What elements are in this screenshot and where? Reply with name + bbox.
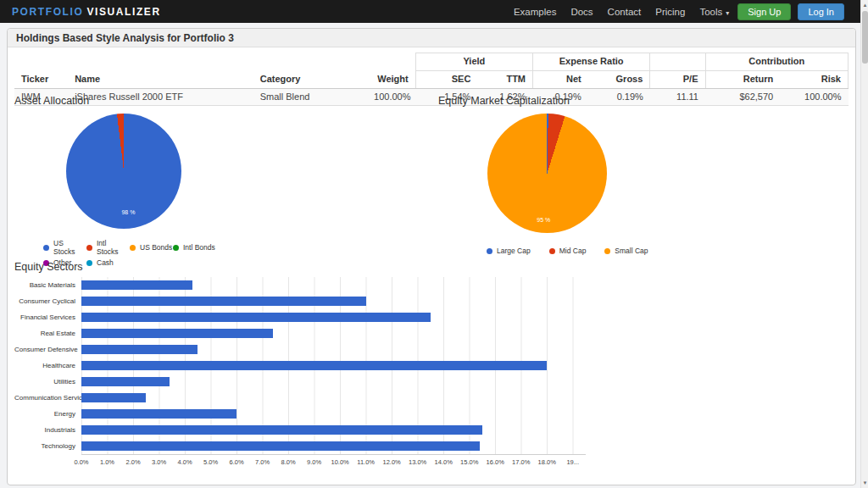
x-axis-tick: 2.0%: [125, 458, 140, 466]
column-header-ttm: TTM: [477, 70, 532, 88]
legend-swatch: [130, 245, 136, 251]
brand-logo[interactable]: PORTFOLIOVISUALIZER: [12, 6, 161, 18]
bar-utilities[interactable]: [81, 377, 170, 386]
bar-plot-area: [81, 277, 586, 293]
bar-row-utilities: Utilities: [14, 374, 599, 390]
legend-swatch: [604, 248, 610, 254]
bar-category-label: Consumer Cyclical: [14, 297, 81, 305]
nav-link-pricing[interactable]: Pricing: [655, 7, 685, 17]
bar-category-label: Technology: [14, 442, 81, 450]
legend-swatch: [549, 248, 555, 254]
scroll-up-icon[interactable]: ▲: [861, 0, 868, 10]
column-header-weight: Weight: [367, 70, 415, 88]
cell-p-e: 11.11: [650, 88, 705, 106]
bar-category-label: Industrials: [14, 426, 81, 434]
bar-technology[interactable]: [81, 441, 480, 451]
bar-basic-materials[interactable]: [81, 280, 192, 290]
cell-return: $62,570: [705, 88, 780, 106]
bar-row-real-estate: Real Estate: [14, 325, 599, 341]
x-axis-tick: 15.0%: [460, 458, 478, 466]
x-axis-ticks: 0.0%1.0%2.0%3.0%4.0%5.0%6.0%7.0%8.0%9.0%…: [81, 455, 598, 467]
x-axis-tick: 12.0%: [383, 458, 401, 466]
bar-category-label: Consumer Defensive: [14, 346, 81, 353]
nav-dropdown-tools[interactable]: Tools▾: [699, 7, 729, 17]
bar-category-label: Communication Services: [14, 394, 81, 402]
legend-label: Cash: [97, 258, 114, 267]
bar-plot-area: [81, 390, 586, 406]
legend-swatch: [43, 245, 49, 251]
market-cap-pie[interactable]: 95 %: [487, 114, 607, 233]
legend-label: US Stocks: [53, 239, 86, 256]
market-cap-title: Equity Market Capitalization: [438, 95, 570, 107]
column-header-name: Name: [68, 70, 253, 88]
x-axis-tick: 18.0%: [538, 458, 556, 466]
group-header-contribution: Contribution: [705, 53, 849, 71]
x-axis-tick: 19...: [566, 458, 579, 466]
log-in-button[interactable]: Log In: [798, 3, 844, 20]
vertical-scrollbar[interactable]: ▲ ▼: [860, 0, 868, 488]
x-axis-tick: 6.0%: [230, 458, 244, 466]
bar-row-communication-services: Communication Services: [14, 390, 599, 406]
legend-item-us-bonds: US Bonds: [130, 239, 173, 256]
bar-consumer-cyclical[interactable]: [81, 297, 366, 306]
market-cap-pie-label: 95 %: [537, 217, 550, 223]
market-cap-legend: Large CapMid CapSmall Cap: [487, 247, 667, 255]
legend-item-small-cap: Small Cap: [604, 247, 648, 255]
brand-visualizer: VISUALIZER: [86, 6, 160, 18]
group-header-spacer: [14, 53, 415, 71]
column-header-ticker: Ticker: [14, 70, 68, 88]
column-header-return: Return: [705, 70, 780, 88]
bar-row-industrials: Industrials: [14, 422, 599, 438]
legend-label: Large Cap: [497, 247, 531, 255]
bar-category-label: Energy: [14, 410, 81, 418]
bar-healthcare[interactable]: [81, 361, 547, 370]
group-header-yield: Yield: [415, 53, 532, 71]
bar-real-estate[interactable]: [81, 329, 273, 338]
x-axis-tick: 10.0%: [331, 458, 348, 466]
sign-up-button[interactable]: Sign Up: [737, 3, 791, 20]
bar-consumer-defensive[interactable]: [81, 345, 198, 354]
bar-plot-area: [81, 422, 586, 438]
nav-link-docs[interactable]: Docs: [570, 7, 593, 17]
bar-row-consumer-defensive: Consumer Defensive: [14, 341, 599, 358]
x-axis-tick: 3.0%: [152, 458, 166, 466]
legend-label: Intl Stocks: [97, 239, 130, 256]
x-axis-tick: 17.0%: [512, 458, 530, 466]
bar-financial-services[interactable]: [81, 313, 431, 322]
cell-risk: 100.00%: [780, 88, 848, 106]
x-axis-tick: 14.0%: [435, 458, 453, 466]
table-header-row: TickerNameCategoryWeightSECTTMNetGrossP/…: [14, 70, 849, 88]
bar-plot-area: [81, 438, 586, 454]
bar-energy[interactable]: [81, 409, 236, 419]
bar-category-label: Basic Materials: [14, 281, 81, 289]
legend-item-large-cap: Large Cap: [487, 247, 531, 255]
asset-allocation-pie[interactable]: 98 %: [66, 114, 181, 229]
bar-industrials[interactable]: [81, 425, 482, 435]
bar-communication-services[interactable]: [81, 393, 146, 402]
x-axis-tick: 13.0%: [409, 458, 426, 466]
bar-plot-area: [81, 293, 586, 309]
page-title: Holdings Based Style Analysis for Portfo…: [8, 29, 855, 47]
scroll-down-icon[interactable]: ▼: [861, 478, 868, 488]
brand-portfolio: PORTFOLIO: [12, 6, 83, 18]
nav-link-contact[interactable]: Contact: [608, 7, 642, 17]
column-header-p-e: P/E: [650, 70, 705, 88]
nav-link-examples[interactable]: Examples: [514, 7, 557, 17]
column-header-category: Category: [253, 70, 367, 88]
bar-plot-area: [81, 325, 586, 341]
bar-plot-area: [81, 309, 586, 325]
legend-item-us-stocks: US Stocks: [43, 239, 86, 256]
bar-row-energy: Energy: [14, 406, 599, 422]
x-axis-tick: 8.0%: [281, 458, 296, 466]
x-axis-tick: 11.0%: [357, 458, 375, 466]
cell-gross: 0.19%: [588, 88, 650, 106]
scrollbar-thumb[interactable]: [862, 11, 868, 64]
bar-category-label: Healthcare: [14, 362, 81, 369]
bar-category-label: Financial Services: [14, 313, 81, 321]
holdings-table-wrap: YieldExpense RatioContribution TickerNam…: [8, 53, 855, 106]
caret-down-icon: ▾: [726, 9, 729, 17]
cell-name: iShares Russell 2000 ETF: [68, 88, 253, 106]
bar-row-healthcare: Healthcare: [14, 358, 599, 374]
holdings-table: YieldExpense RatioContribution TickerNam…: [14, 53, 849, 106]
bar-row-consumer-cyclical: Consumer Cyclical: [14, 293, 599, 309]
